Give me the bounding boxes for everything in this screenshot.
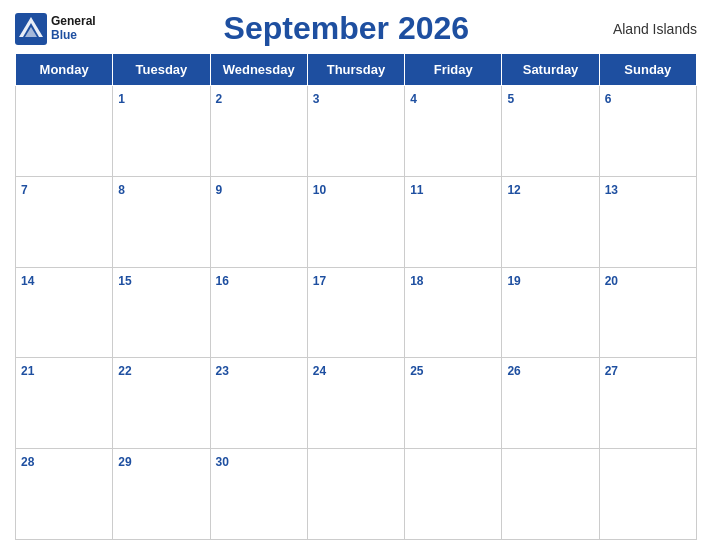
day-number: 11 <box>410 183 423 197</box>
calendar-cell: 5 <box>502 86 599 177</box>
day-number: 26 <box>507 364 520 378</box>
calendar-table: MondayTuesdayWednesdayThursdayFridaySatu… <box>15 53 697 540</box>
logo-text: General Blue <box>51 15 96 41</box>
calendar-cell: 15 <box>113 267 210 358</box>
calendar-cell: 23 <box>210 358 307 449</box>
day-number: 13 <box>605 183 618 197</box>
calendar-week-1: 123456 <box>16 86 697 177</box>
day-number: 2 <box>216 92 223 106</box>
calendar-cell: 13 <box>599 176 696 267</box>
col-header-thursday: Thursday <box>307 54 404 86</box>
calendar-cell: 18 <box>405 267 502 358</box>
col-header-tuesday: Tuesday <box>113 54 210 86</box>
calendar-title: September 2026 <box>224 10 469 47</box>
calendar-cell: 10 <box>307 176 404 267</box>
calendar-cell <box>307 449 404 540</box>
day-number: 6 <box>605 92 612 106</box>
calendar-week-2: 78910111213 <box>16 176 697 267</box>
calendar-cell: 21 <box>16 358 113 449</box>
day-number: 14 <box>21 274 34 288</box>
calendar-cell: 22 <box>113 358 210 449</box>
day-number: 20 <box>605 274 618 288</box>
calendar-cell: 28 <box>16 449 113 540</box>
calendar-week-3: 14151617181920 <box>16 267 697 358</box>
calendar-cell: 14 <box>16 267 113 358</box>
calendar-cell: 11 <box>405 176 502 267</box>
calendar-week-5: 282930 <box>16 449 697 540</box>
day-number: 18 <box>410 274 423 288</box>
col-header-monday: Monday <box>16 54 113 86</box>
calendar-cell: 19 <box>502 267 599 358</box>
col-header-friday: Friday <box>405 54 502 86</box>
day-number: 22 <box>118 364 131 378</box>
col-header-wednesday: Wednesday <box>210 54 307 86</box>
day-number: 5 <box>507 92 514 106</box>
calendar-cell: 8 <box>113 176 210 267</box>
calendar-cell: 2 <box>210 86 307 177</box>
calendar-cell: 6 <box>599 86 696 177</box>
day-number: 24 <box>313 364 326 378</box>
day-number: 3 <box>313 92 320 106</box>
calendar-cell <box>599 449 696 540</box>
day-number: 4 <box>410 92 417 106</box>
calendar-cell: 9 <box>210 176 307 267</box>
calendar-cell <box>502 449 599 540</box>
region-label: Aland Islands <box>597 21 697 37</box>
calendar-cell: 7 <box>16 176 113 267</box>
day-number: 23 <box>216 364 229 378</box>
calendar-cell: 24 <box>307 358 404 449</box>
calendar-cell: 16 <box>210 267 307 358</box>
day-number: 30 <box>216 455 229 469</box>
calendar-cell <box>405 449 502 540</box>
day-number: 29 <box>118 455 131 469</box>
day-number: 10 <box>313 183 326 197</box>
page-header: General Blue September 2026 Aland Island… <box>15 10 697 47</box>
day-number: 7 <box>21 183 28 197</box>
day-number: 21 <box>21 364 34 378</box>
calendar-cell: 29 <box>113 449 210 540</box>
calendar-header-row: MondayTuesdayWednesdayThursdayFridaySatu… <box>16 54 697 86</box>
logo-general-text: General <box>51 15 96 28</box>
logo-blue-text: Blue <box>51 29 96 42</box>
calendar-cell: 1 <box>113 86 210 177</box>
col-header-sunday: Sunday <box>599 54 696 86</box>
day-number: 1 <box>118 92 125 106</box>
calendar-cell: 17 <box>307 267 404 358</box>
day-number: 9 <box>216 183 223 197</box>
col-header-saturday: Saturday <box>502 54 599 86</box>
logo-icon <box>15 13 47 45</box>
calendar-cell: 25 <box>405 358 502 449</box>
day-number: 16 <box>216 274 229 288</box>
day-number: 17 <box>313 274 326 288</box>
calendar-cell: 27 <box>599 358 696 449</box>
day-number: 28 <box>21 455 34 469</box>
day-number: 25 <box>410 364 423 378</box>
calendar-week-4: 21222324252627 <box>16 358 697 449</box>
calendar-cell: 20 <box>599 267 696 358</box>
day-number: 12 <box>507 183 520 197</box>
day-number: 15 <box>118 274 131 288</box>
calendar-cell <box>16 86 113 177</box>
calendar-cell: 3 <box>307 86 404 177</box>
day-number: 19 <box>507 274 520 288</box>
logo: General Blue <box>15 13 96 45</box>
calendar-cell: 4 <box>405 86 502 177</box>
calendar-cell: 12 <box>502 176 599 267</box>
day-number: 27 <box>605 364 618 378</box>
calendar-cell: 30 <box>210 449 307 540</box>
calendar-cell: 26 <box>502 358 599 449</box>
day-number: 8 <box>118 183 125 197</box>
